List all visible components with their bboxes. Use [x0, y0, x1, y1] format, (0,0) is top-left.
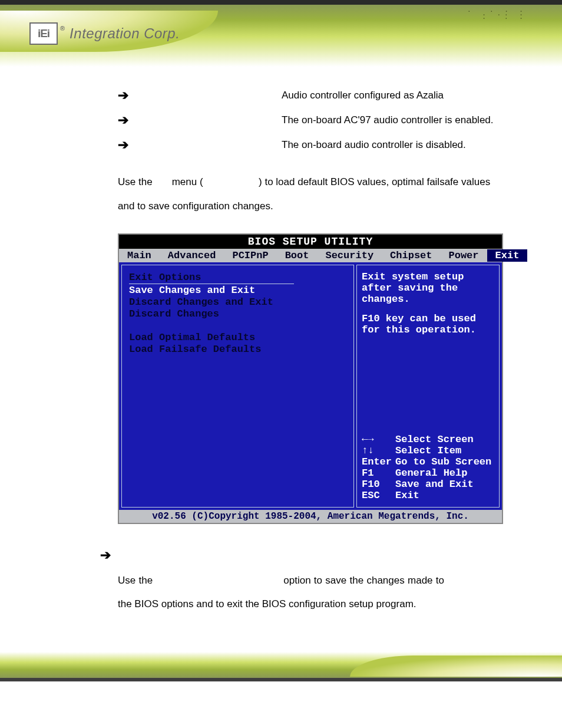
page-header: iEi ® Integration Corp. . . . . . .. . .… [0, 0, 562, 67]
key-row: ↑↓Select Item [362, 445, 495, 456]
page-footer [0, 652, 562, 681]
bios-option-optimal-defaults[interactable]: Load Optimal Defaults [129, 332, 346, 343]
key-symbol: F10 [362, 479, 395, 490]
key-desc: Exit [395, 490, 495, 501]
heading-underline [129, 284, 294, 284]
intro-text-2: menu ( [172, 176, 203, 187]
save-section-arrow: ➔ [100, 548, 503, 563]
bios-spacer [129, 320, 346, 331]
bios-option-failsafe-defaults[interactable]: Load Failsafe Defaults [129, 344, 346, 355]
list-item-text: The on-board audio controller is disable… [282, 139, 466, 151]
key-symbol: Enter [362, 456, 395, 467]
bios-body: Exit Options Save Changes and Exit Disca… [119, 262, 502, 510]
bios-option-discard[interactable]: Discard Changes [129, 308, 346, 319]
bios-screenshot: BIOS SETUP UTILITY Main Advanced PCIPnP … [118, 233, 503, 524]
bios-tab-chipset[interactable]: Chipset [382, 249, 440, 262]
logo-mark: iEi [29, 22, 58, 45]
key-row: ESCExit [362, 490, 495, 501]
key-row: EnterGo to Sub Screen [362, 456, 495, 467]
list-item: ➔ The on-board audio controller is disab… [118, 137, 503, 153]
key-symbol: ←→ [362, 434, 395, 445]
registered-mark: ® [60, 25, 65, 32]
key-symbol: ↑↓ [362, 445, 395, 456]
bios-tab-pcipnp[interactable]: PCIPnP [224, 249, 276, 262]
key-desc: Go to Sub Screen [395, 456, 495, 467]
bios-title-bar: BIOS SETUP UTILITY [119, 235, 502, 249]
list-item-text: The on-board AC'97 audio controller is e… [282, 114, 494, 126]
key-symbol: ESC [362, 490, 395, 501]
save-text-2: option to save the changes made to the B… [118, 575, 444, 610]
bios-left-pane: Exit Options Save Changes and Exit Disca… [121, 265, 354, 508]
page-content: ➔ Audio controller configured as Azalia … [0, 67, 562, 652]
key-desc: General Help [395, 467, 495, 479]
bios-footer: v02.56 (C)Copyright 1985-2004, American … [119, 510, 502, 523]
key-desc: Save and Exit [395, 479, 495, 490]
bios-tab-main[interactable]: Main [119, 249, 160, 262]
save-changes-paragraph: Use the option to save the changes made … [118, 569, 444, 617]
bios-tab-boot[interactable]: Boot [277, 249, 318, 262]
key-row: ←→Select Screen [362, 434, 495, 445]
bios-tab-security[interactable]: Security [317, 249, 382, 262]
brand-name: Integration Corp. [70, 25, 180, 42]
arrow-right-icon: ➔ [118, 137, 128, 153]
exit-menu-intro: Use the menu ( ) to load default BIOS va… [118, 170, 503, 219]
list-item-text: Audio controller configured as Azalia [282, 90, 444, 101]
save-text-1: Use the [118, 575, 156, 586]
key-desc: Select Item [395, 445, 495, 456]
bios-option-save-exit[interactable]: Save Changes and Exit [129, 285, 346, 296]
bios-key-legend: ←→Select Screen ↑↓Select Item EnterGo to… [362, 434, 494, 501]
key-row: F10Save and Exit [362, 479, 495, 490]
bios-tab-bar: Main Advanced PCIPnP Boot Security Chips… [119, 249, 502, 262]
bios-help-text-2: F10 key can be used for this operation. [362, 313, 494, 335]
list-item: ➔ Audio controller configured as Azalia [118, 88, 503, 103]
spacer [362, 305, 494, 313]
footer-swoosh [350, 655, 562, 677]
audio-options-list: ➔ Audio controller configured as Azalia … [118, 88, 503, 153]
bios-tab-power[interactable]: Power [441, 249, 487, 262]
list-item: ➔ The on-board AC'97 audio controller is… [118, 113, 503, 128]
exit-options-heading: Exit Options [129, 272, 346, 283]
arrow-right-icon: ➔ [118, 88, 128, 103]
bios-option-discard-exit[interactable]: Discard Changes and Exit [129, 297, 346, 308]
bios-tab-advanced[interactable]: Advanced [160, 249, 224, 262]
key-desc: Select Screen [395, 434, 495, 445]
bios-help-text-1: Exit system setup after saving the chang… [362, 271, 494, 305]
key-symbol: F1 [362, 467, 395, 479]
key-row: F1General Help [362, 467, 495, 479]
brand-logo: iEi ® Integration Corp. [29, 22, 180, 45]
bios-right-pane: Exit system setup after saving the chang… [356, 265, 500, 508]
intro-text-1: Use the [118, 176, 155, 187]
decorative-dots: . . . . . .. . . . . [467, 8, 527, 19]
bios-tab-exit[interactable]: Exit [487, 249, 528, 262]
arrow-right-icon: ➔ [118, 113, 128, 128]
